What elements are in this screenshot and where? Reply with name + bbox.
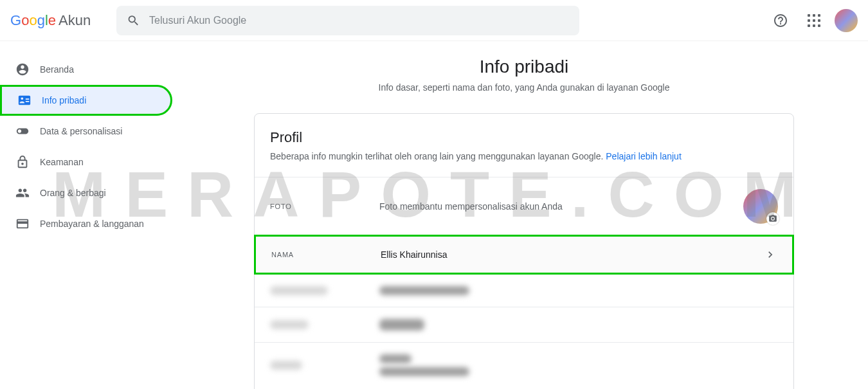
page-subtitle: Info dasar, seperti nama dan foto, yang …	[206, 82, 842, 93]
profile-row-blurred	[255, 342, 793, 388]
row-value: Ellis Khairunnisa	[381, 249, 764, 260]
search-bar[interactable]	[116, 6, 579, 35]
toggle-icon	[15, 124, 30, 138]
row-value: Foto membantu mempersonalisasi akun Anda	[379, 201, 743, 212]
sidebar-item-label: Beranda	[40, 64, 74, 75]
help-icon	[773, 13, 788, 28]
sidebar-item-security[interactable]: Keamanan	[0, 147, 172, 177]
people-icon	[15, 186, 30, 200]
sidebar-item-data-personalization[interactable]: Data & personalisasi	[0, 116, 172, 147]
sidebar-item-home[interactable]: Beranda	[0, 54, 172, 85]
apps-icon	[808, 14, 820, 27]
profile-description: Beberapa info mungkin terlihat oleh oran…	[255, 151, 793, 177]
lock-icon	[15, 155, 30, 169]
help-button[interactable]	[768, 8, 793, 33]
account-avatar[interactable]	[835, 9, 858, 32]
google-account-logo[interactable]: Google Akun	[10, 12, 91, 29]
row-label: NAMA	[271, 251, 381, 258]
search-icon	[127, 14, 140, 28]
sidebar-item-label: Keamanan	[40, 157, 84, 167]
profile-heading: Profil	[255, 114, 793, 151]
profile-photo-row[interactable]: FOTO Foto membantu mempersonalisasi akun…	[255, 177, 793, 235]
chevron-right-icon	[764, 248, 777, 261]
sidebar-item-personal-info[interactable]: Info pribadi	[0, 85, 172, 116]
profile-name-row[interactable]: NAMA Ellis Khairunnisa	[254, 235, 794, 275]
apps-button[interactable]	[801, 8, 827, 33]
profile-row-blurred	[255, 274, 793, 307]
learn-more-link[interactable]: Pelajari lebih lanjut	[606, 151, 682, 161]
profile-card: Profil Beberapa info mungkin terlihat ol…	[254, 113, 794, 389]
row-label: FOTO	[270, 203, 379, 210]
logo-suffix: Akun	[59, 12, 91, 29]
profile-avatar[interactable]	[743, 189, 778, 224]
sidebar-nav: Beranda Info pribadi Data & personalisas…	[0, 41, 180, 389]
sidebar-item-label: Pembayaran & langganan	[40, 219, 144, 229]
page-title: Info pribadi	[206, 57, 842, 77]
credit-card-icon	[15, 217, 30, 231]
sidebar-item-label: Orang & berbagi	[40, 188, 106, 198]
id-card-icon	[17, 93, 32, 107]
search-input[interactable]	[149, 15, 569, 26]
sidebar-item-label: Data & personalisasi	[40, 126, 122, 136]
sidebar-item-payments-subscriptions[interactable]: Pembayaran & langganan	[0, 208, 172, 239]
home-icon	[15, 62, 30, 77]
sidebar-item-people-sharing[interactable]: Orang & berbagi	[0, 177, 172, 208]
sidebar-item-label: Info pribadi	[42, 95, 86, 105]
main-content: Info pribadi Info dasar, seperti nama da…	[180, 41, 868, 389]
profile-row-blurred	[255, 307, 793, 342]
